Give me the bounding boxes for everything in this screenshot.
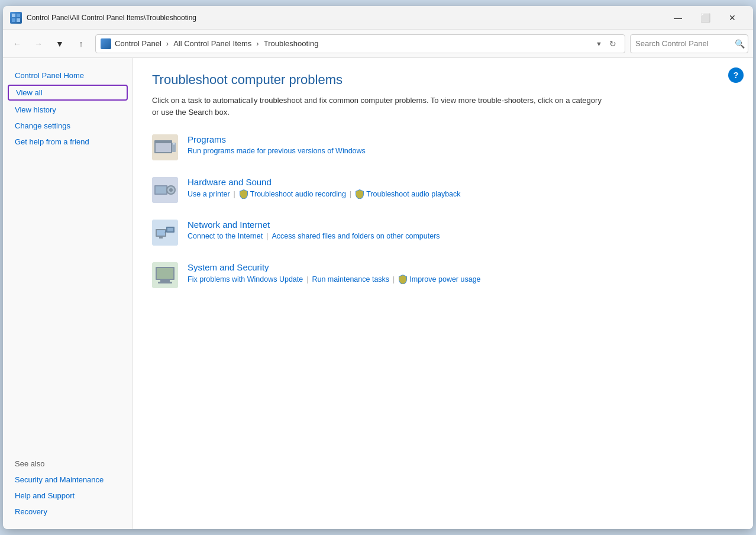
svg-rect-0 xyxy=(12,14,15,17)
window-title: Control Panel\All Control Panel Items\Tr… xyxy=(27,14,664,22)
breadcrumb-sep-2: › xyxy=(256,39,259,48)
network-link-2[interactable]: Access shared files and folders on other… xyxy=(272,232,440,240)
svg-rect-1 xyxy=(17,14,20,17)
network-sep-1: | xyxy=(266,232,268,240)
programs-link-1[interactable]: Run programs made for previous versions … xyxy=(188,147,366,155)
system-link-1[interactable]: Fix problems with Windows Update xyxy=(188,275,303,283)
svg-rect-12 xyxy=(156,186,166,194)
up-button[interactable]: ↑ xyxy=(72,34,91,53)
breadcrumb-all-items[interactable]: All Control Panel Items xyxy=(173,39,251,48)
system-sep-2: | xyxy=(393,275,395,283)
programs-title[interactable]: Programs xyxy=(188,134,366,144)
back-button[interactable]: ← xyxy=(8,34,27,53)
system-title[interactable]: System and Security xyxy=(188,262,481,272)
hardware-link-3[interactable]: Troubleshoot audio playback xyxy=(366,190,460,198)
system-content: System and Security Fix problems with Wi… xyxy=(188,262,481,284)
title-bar: Control Panel\All Control Panel Items\Tr… xyxy=(3,6,753,30)
minimize-button[interactable]: — xyxy=(664,8,692,27)
breadcrumb-control-panel[interactable]: Control Panel xyxy=(115,39,161,48)
page-title: Troubleshoot computer problems xyxy=(152,72,734,88)
hardware-shield-1 xyxy=(239,189,248,199)
sidebar-item-help[interactable]: Help and Support xyxy=(3,488,133,504)
network-links: Connect to the Internet | Access shared … xyxy=(188,232,440,240)
svg-rect-26 xyxy=(160,280,170,282)
main-window: Control Panel\All Control Panel Items\Tr… xyxy=(3,6,753,529)
programs-content: Programs Run programs made for previous … xyxy=(188,134,366,155)
main-layout: Control Panel Home View all View history… xyxy=(3,58,753,529)
sidebar-item-security[interactable]: Security and Maintenance xyxy=(3,472,133,488)
network-link-1[interactable]: Connect to the Internet xyxy=(188,232,263,240)
svg-point-9 xyxy=(173,143,175,145)
address-refresh-icon[interactable]: ↻ xyxy=(606,38,620,50)
svg-rect-7 xyxy=(156,141,171,143)
category-system: System and Security Fix problems with Wi… xyxy=(152,262,734,288)
category-programs: Programs Run programs made for previous … xyxy=(152,134,734,160)
svg-rect-19 xyxy=(159,237,163,239)
category-network: Network and Internet Connect to the Inte… xyxy=(152,220,734,246)
page-description: Click on a task to automatically trouble… xyxy=(152,95,602,118)
svg-rect-21 xyxy=(167,228,173,231)
hardware-sep-2: | xyxy=(350,190,351,198)
see-also-section: See also Security and Maintenance Help a… xyxy=(3,446,133,520)
hardware-content: Hardware and Sound Use a printer | Troub… xyxy=(188,177,461,199)
svg-rect-27 xyxy=(158,282,172,283)
svg-point-15 xyxy=(169,188,173,192)
content-area: ? Troubleshoot computer problems Click o… xyxy=(133,58,753,529)
system-links: Fix problems with Windows Update | Run m… xyxy=(188,275,481,284)
svg-rect-2 xyxy=(12,18,15,22)
network-content: Network and Internet Connect to the Inte… xyxy=(188,220,440,240)
breadcrumb-sep-1: › xyxy=(166,39,169,48)
nav-bar: ← → ▼ ↑ Control Panel › All Control Pane… xyxy=(3,30,753,58)
help-button[interactable]: ? xyxy=(728,67,744,83)
sidebar-item-home[interactable]: Control Panel Home xyxy=(3,67,133,83)
system-shield xyxy=(398,275,408,284)
search-icon: 🔍 xyxy=(735,39,745,49)
system-icon xyxy=(152,262,178,288)
svg-rect-25 xyxy=(157,268,173,279)
address-bar[interactable]: Control Panel › All Control Panel Items … xyxy=(95,34,625,53)
sidebar: Control Panel Home View all View history… xyxy=(3,58,133,529)
address-icon xyxy=(101,38,111,49)
system-link-2[interactable]: Run maintenance tasks xyxy=(312,275,389,283)
forward-button[interactable]: → xyxy=(29,34,48,53)
category-hardware: Hardware and Sound Use a printer | Troub… xyxy=(152,177,734,203)
dropdown-button[interactable]: ▼ xyxy=(50,34,69,53)
svg-rect-3 xyxy=(17,18,20,22)
hardware-link-1[interactable]: Use a printer xyxy=(188,190,230,198)
sidebar-item-recovery[interactable]: Recovery xyxy=(3,504,133,520)
close-button[interactable]: ✕ xyxy=(719,8,746,27)
system-link-3[interactable]: Improve power usage xyxy=(409,275,480,283)
address-dropdown-icon[interactable]: ▼ xyxy=(596,40,602,47)
sidebar-item-change-settings[interactable]: Change settings xyxy=(3,118,133,134)
network-icon xyxy=(152,220,178,246)
hardware-shield-2 xyxy=(355,189,364,199)
sidebar-item-view-all[interactable]: View all xyxy=(8,85,128,101)
window-controls: — ⬜ ✕ xyxy=(664,8,746,27)
svg-rect-18 xyxy=(157,230,165,236)
hardware-links: Use a printer | Troubleshoot audio recor… xyxy=(188,189,461,199)
network-title[interactable]: Network and Internet xyxy=(188,220,440,230)
hardware-title[interactable]: Hardware and Sound xyxy=(188,177,461,187)
programs-links: Run programs made for previous versions … xyxy=(188,147,366,155)
see-also-title: See also xyxy=(3,456,133,472)
hardware-icon xyxy=(152,177,178,203)
programs-icon xyxy=(152,134,178,160)
sidebar-item-view-history[interactable]: View history xyxy=(3,102,133,118)
window-icon xyxy=(10,12,22,24)
search-input[interactable] xyxy=(635,39,735,48)
breadcrumb-troubleshooting: Troubleshooting xyxy=(264,39,319,48)
hardware-link-2[interactable]: Troubleshoot audio recording xyxy=(250,190,346,198)
system-sep-1: | xyxy=(306,275,308,283)
maximize-button[interactable]: ⬜ xyxy=(692,8,719,27)
hardware-sep-1: | xyxy=(234,190,235,198)
sidebar-item-get-help[interactable]: Get help from a friend xyxy=(3,134,133,150)
search-box[interactable]: 🔍 xyxy=(630,34,748,53)
